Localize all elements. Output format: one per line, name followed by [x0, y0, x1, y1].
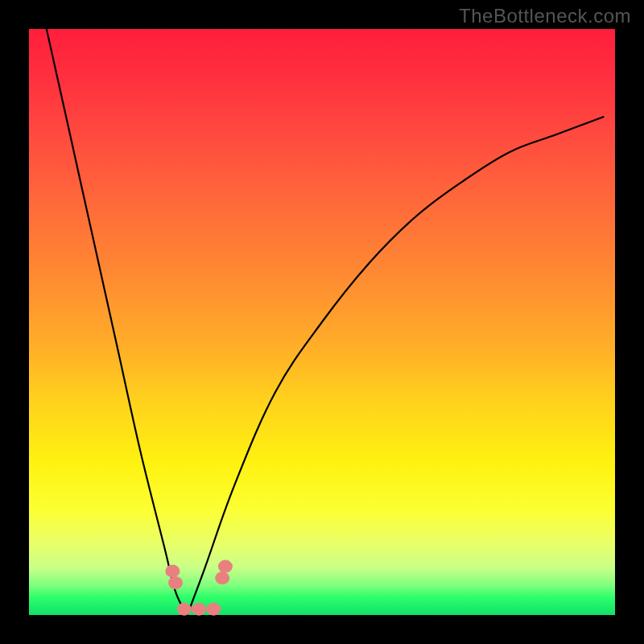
- data-marker: [206, 603, 221, 616]
- data-marker: [177, 603, 192, 616]
- plot-area: [29, 29, 615, 615]
- data-marker: [215, 572, 229, 584]
- data-marker: [192, 603, 206, 616]
- marker-group: [165, 560, 233, 616]
- data-marker: [165, 564, 180, 577]
- chart-frame: TheBottleneck.com: [0, 0, 644, 644]
- watermark-text: TheBottleneck.com: [459, 5, 631, 27]
- curve-left-branch: [47, 29, 188, 615]
- data-marker: [218, 560, 233, 573]
- curve-layer: [29, 29, 615, 615]
- curve-right-branch: [188, 117, 604, 615]
- data-marker: [168, 576, 183, 589]
